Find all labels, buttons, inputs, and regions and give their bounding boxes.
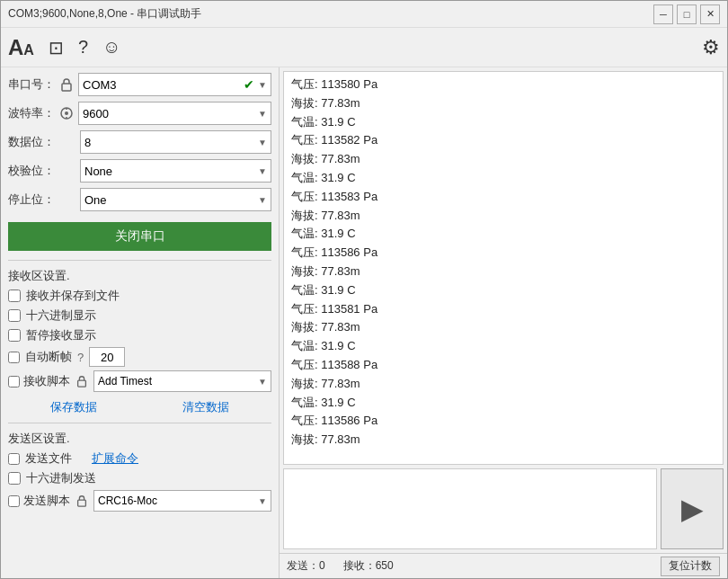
reset-count-button[interactable]: 复位计数 (661, 557, 720, 576)
hex-display-checkbox[interactable] (8, 309, 21, 322)
title-bar: COM3;9600,None,8,One - 串口调试助手 ─ □ ✕ (1, 1, 727, 28)
send-section-title: 发送区设置. (8, 431, 271, 447)
recv-script-select[interactable]: Add Timest ▼ (93, 370, 271, 392)
receive-line: 气压: 113588 Pa (291, 356, 715, 375)
hex-send-row: 十六进制发送 (8, 470, 271, 486)
receive-line: 气温: 31.9 C (291, 225, 715, 244)
data-bits-select[interactable]: 8 ▼ (80, 130, 271, 154)
pause-display-checkbox[interactable] (8, 329, 21, 342)
baud-select[interactable]: 9600 ▼ (78, 102, 271, 125)
stop-bits-select[interactable]: One ▼ (80, 188, 271, 211)
stop-bits-label: 停止位： (8, 192, 55, 208)
save-file-row: 接收并保存到文件 (8, 288, 271, 304)
parity-label: 校验位： (8, 163, 55, 179)
parity-arrow: ▼ (258, 166, 267, 176)
send-script-checkbox[interactable] (8, 495, 20, 507)
send-script-icon (74, 493, 90, 509)
port-check: ✔ (244, 77, 254, 92)
receive-line: 海拔: 77.83m (291, 318, 715, 337)
baud-value: 9600 (83, 107, 254, 120)
settings-icon[interactable]: ⚙ (702, 36, 720, 59)
send-file-label: 发送文件 (25, 450, 72, 467)
parity-value: None (84, 165, 254, 178)
font-icon[interactable]: AA (8, 35, 34, 60)
data-bits-arrow: ▼ (258, 138, 267, 147)
window-controls: ─ □ ✕ (653, 4, 720, 24)
send-status: 发送：0 (287, 558, 325, 574)
auto-frame-checkbox[interactable] (8, 352, 20, 363)
baud-row: 波特率： 9600 ▼ (8, 102, 271, 125)
lock-icon (58, 76, 75, 93)
auto-frame-input[interactable]: 20 (89, 347, 125, 367)
send-file-checkbox[interactable] (8, 453, 20, 465)
divider-1 (8, 260, 271, 261)
send-button[interactable]: ▶ (661, 468, 724, 549)
send-script-select[interactable]: CRC16-Moc ▼ (93, 490, 271, 512)
svg-rect-5 (78, 380, 86, 387)
send-count: 0 (319, 559, 325, 572)
receive-line: 气温: 31.9 C (291, 394, 715, 413)
receive-line: 气温: 31.9 C (291, 169, 715, 188)
send-file-row: 发送文件 扩展命令 (8, 450, 271, 467)
receive-line: 海拔: 77.83m (291, 431, 715, 450)
recv-status: 接收：650 (343, 558, 394, 574)
pause-display-label: 暂停接收显示 (26, 327, 96, 343)
receive-line: 海拔: 77.83m (291, 94, 715, 113)
auto-frame-row: 自动断帧 ? 20 (8, 347, 271, 367)
port-value: COM3 (83, 78, 240, 92)
receive-area[interactable]: 气压: 113580 Pa海拔: 77.83m气温: 31.9 C气压: 113… (283, 71, 724, 465)
expand-cmd-link[interactable]: 扩展命令 (92, 450, 138, 467)
maximize-button[interactable]: □ (677, 4, 697, 24)
port-row: 串口号： COM3 ✔ ▼ (8, 73, 271, 96)
recv-script-arrow: ▼ (258, 377, 267, 387)
recv-script-icon (74, 373, 90, 389)
receive-line: 海拔: 77.83m (291, 263, 715, 281)
send-script-row: 发送脚本 CRC16-Moc ▼ (8, 490, 271, 512)
emoji-icon[interactable]: ☺ (102, 37, 120, 58)
recv-script-checkbox[interactable] (8, 376, 20, 387)
send-textarea[interactable] (283, 468, 657, 549)
help-icon[interactable]: ? (78, 37, 88, 58)
parity-select[interactable]: None ▼ (80, 159, 271, 183)
baud-icon (58, 105, 75, 121)
status-bar: 发送：0 接收：650 复位计数 (280, 553, 727, 578)
baud-arrow: ▼ (258, 109, 267, 119)
crop-icon[interactable]: ⊡ (49, 37, 64, 58)
recv-script-row: 接收脚本 Add Timest ▼ (8, 370, 271, 392)
receive-line: 海拔: 77.83m (291, 150, 715, 169)
svg-rect-0 (62, 84, 71, 91)
stop-bits-value: One (84, 193, 254, 207)
receive-line: 气温: 31.9 C (291, 113, 715, 132)
recv-script-label: 接收脚本 (23, 373, 70, 389)
parity-row: 校验位： None ▼ (8, 159, 271, 183)
svg-point-2 (65, 111, 68, 115)
send-script-value: CRC16-Moc (98, 494, 157, 507)
auto-frame-question: ? (77, 351, 84, 364)
stop-bits-row: 停止位： One ▼ (8, 188, 271, 211)
clear-data-link[interactable]: 清空数据 (182, 399, 229, 415)
close-button[interactable]: ✕ (700, 4, 720, 24)
hex-send-label: 十六进制发送 (26, 470, 96, 486)
save-data-link[interactable]: 保存数据 (50, 399, 97, 415)
left-panel: 串口号： COM3 ✔ ▼ 波特率： (1, 67, 280, 578)
hex-send-checkbox[interactable] (8, 472, 21, 485)
port-select[interactable]: COM3 ✔ ▼ (78, 73, 271, 96)
stop-bits-arrow: ▼ (258, 195, 267, 205)
data-bits-label: 数据位： (8, 134, 55, 150)
main-area: 串口号： COM3 ✔ ▼ 波特率： (1, 67, 727, 578)
main-window: COM3;9600,None,8,One - 串口调试助手 ─ □ ✕ AA ⊡… (0, 0, 728, 579)
recv-label: 接收： (343, 559, 376, 572)
close-port-button[interactable]: 关闭串口 (8, 222, 271, 251)
pause-display-row: 暂停接收显示 (8, 327, 271, 343)
receive-line: 气压: 113583 Pa (291, 188, 715, 207)
hex-display-label: 十六进制显示 (26, 307, 96, 324)
send-script-arrow: ▼ (258, 496, 267, 506)
recv-section-title: 接收区设置. (8, 268, 271, 284)
toolbar: AA ⊡ ? ☺ ⚙ (1, 28, 727, 67)
port-arrow: ▼ (258, 80, 267, 90)
hex-display-row: 十六进制显示 (8, 307, 271, 324)
save-file-checkbox[interactable] (8, 290, 21, 302)
receive-line: 气压: 113586 Pa (291, 412, 715, 431)
recv-count: 650 (376, 559, 394, 572)
minimize-button[interactable]: ─ (653, 4, 673, 24)
